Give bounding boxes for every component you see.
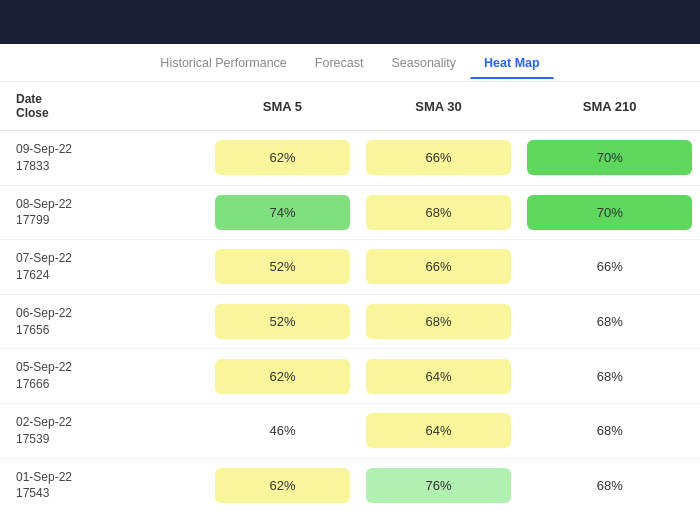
sma30-cell: 64% bbox=[358, 403, 520, 458]
tab-forecast[interactable]: Forecast bbox=[301, 48, 378, 78]
sma210-cell: 68% bbox=[519, 294, 700, 349]
sma5-cell: 74% bbox=[207, 185, 357, 240]
table-header-row: DateClose SMA 5 SMA 30 SMA 210 bbox=[0, 82, 700, 131]
sma30-cell: 66% bbox=[358, 131, 520, 186]
date-cell: 01-Sep-2217543 bbox=[0, 458, 207, 511]
date-cell: 09-Sep-2217833 bbox=[0, 131, 207, 186]
sma5-cell: 46% bbox=[207, 403, 357, 458]
tab-seasonality[interactable]: Seasonality bbox=[377, 48, 470, 78]
sma210-cell: 66% bbox=[519, 240, 700, 295]
col-header-date: DateClose bbox=[0, 82, 207, 131]
sma30-cell: 68% bbox=[358, 185, 520, 240]
date-cell: 07-Sep-2217624 bbox=[0, 240, 207, 295]
sma5-cell: 62% bbox=[207, 131, 357, 186]
sma210-cell: 70% bbox=[519, 185, 700, 240]
date-cell: 08-Sep-2217799 bbox=[0, 185, 207, 240]
sma5-cell: 52% bbox=[207, 240, 357, 295]
col-header-sma30: SMA 30 bbox=[358, 82, 520, 131]
sma5-cell: 62% bbox=[207, 349, 357, 404]
tab-heatmap[interactable]: Heat Map bbox=[470, 48, 554, 78]
sma30-cell: 68% bbox=[358, 294, 520, 349]
date-cell: 02-Sep-2217539 bbox=[0, 403, 207, 458]
table-row: 06-Sep-221765652%68%68% bbox=[0, 294, 700, 349]
sma30-cell: 64% bbox=[358, 349, 520, 404]
sma30-cell: 76% bbox=[358, 458, 520, 511]
table-row: 07-Sep-221762452%66%66% bbox=[0, 240, 700, 295]
table-row: 02-Sep-221753946%64%68% bbox=[0, 403, 700, 458]
date-cell: 05-Sep-2217666 bbox=[0, 349, 207, 404]
heat-map-table-container[interactable]: DateClose SMA 5 SMA 30 SMA 210 09-Sep-22… bbox=[0, 82, 700, 511]
col-header-sma210: SMA 210 bbox=[519, 82, 700, 131]
table-row: 01-Sep-221754362%76%68% bbox=[0, 458, 700, 511]
date-cell: 06-Sep-2217656 bbox=[0, 294, 207, 349]
sma210-cell: 68% bbox=[519, 403, 700, 458]
sma5-cell: 52% bbox=[207, 294, 357, 349]
page-header bbox=[0, 0, 700, 44]
table-row: 05-Sep-221766662%64%68% bbox=[0, 349, 700, 404]
heat-map-table: DateClose SMA 5 SMA 30 SMA 210 09-Sep-22… bbox=[0, 82, 700, 511]
tab-historical[interactable]: Historical Performance bbox=[146, 48, 300, 78]
col-header-sma5: SMA 5 bbox=[207, 82, 357, 131]
sma210-cell: 68% bbox=[519, 349, 700, 404]
tab-bar: Historical PerformanceForecastSeasonalit… bbox=[0, 44, 700, 82]
sma210-cell: 70% bbox=[519, 131, 700, 186]
sma5-cell: 62% bbox=[207, 458, 357, 511]
table-row: 08-Sep-221779974%68%70% bbox=[0, 185, 700, 240]
sma210-cell: 68% bbox=[519, 458, 700, 511]
table-row: 09-Sep-221783362%66%70% bbox=[0, 131, 700, 186]
sma30-cell: 66% bbox=[358, 240, 520, 295]
